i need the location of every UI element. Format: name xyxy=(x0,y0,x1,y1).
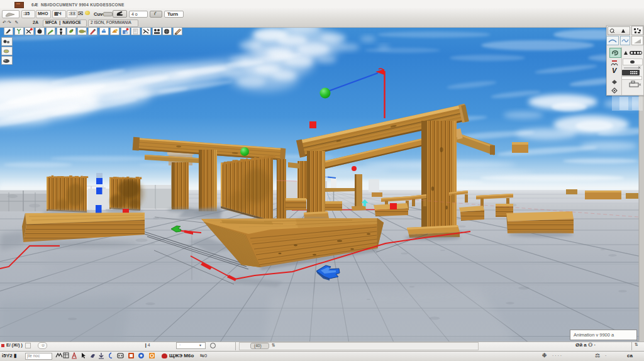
svg-text:Animation v 9900 a: Animation v 9900 a xyxy=(574,332,614,338)
